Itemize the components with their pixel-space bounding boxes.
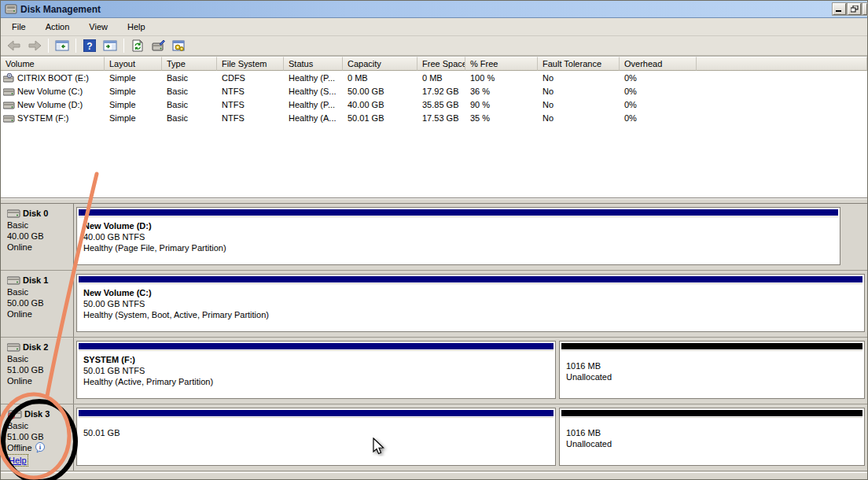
column-header-volume[interactable]: Volume xyxy=(1,57,105,71)
disk-size: 50.00 GB xyxy=(7,297,72,308)
console-tree-icon[interactable] xyxy=(53,37,72,54)
cell-overhead: 0% xyxy=(620,111,697,124)
disk-kind: Basic xyxy=(7,286,72,297)
partition-title: New Volume (C:) xyxy=(83,287,861,298)
forward-icon[interactable] xyxy=(25,37,44,54)
column-header-type[interactable]: Type xyxy=(162,57,217,71)
cell-capacity: 50.01 GB xyxy=(343,111,417,124)
cell-free-space: 35.85 GB xyxy=(417,98,465,111)
disk-offline-icon xyxy=(7,409,22,419)
help-link[interactable]: Help xyxy=(7,454,28,467)
menu-file[interactable]: File xyxy=(6,20,32,34)
disk-status: Online xyxy=(7,375,72,386)
partition-status-bar xyxy=(79,343,554,349)
app-icon xyxy=(5,4,17,15)
help-icon[interactable]: ? xyxy=(80,37,99,54)
disk2-info-panel[interactable]: Disk 2 Basic 51.00 GB Online xyxy=(1,338,74,404)
volume-name: New Volume (D:) xyxy=(17,100,83,109)
cell-status: Healthy (S... xyxy=(284,84,343,98)
menu-bar: File Action View Help xyxy=(1,18,867,36)
cell-layout: Simple xyxy=(105,111,162,124)
cell-fault-tolerance: No xyxy=(538,98,620,111)
minimize-button[interactable] xyxy=(833,3,846,15)
refresh-icon[interactable] xyxy=(128,37,147,54)
disk1-info-panel[interactable]: Disk 1 Basic 50.00 GB Online xyxy=(1,271,74,337)
disk-name: Disk 1 xyxy=(23,275,48,286)
disk-name: Disk 2 xyxy=(23,342,48,353)
menu-action[interactable]: Action xyxy=(39,20,76,34)
cell-capacity: 0 MB xyxy=(343,71,417,84)
column-header-capacity[interactable]: Capacity xyxy=(343,57,417,71)
table-row[interactable]: New Volume (D:) Simple Basic NTFS Health… xyxy=(1,98,867,111)
disk-name: Disk 3 xyxy=(24,408,50,419)
disk-status: Online xyxy=(7,242,72,253)
menu-help[interactable]: Help xyxy=(121,20,152,34)
table-row[interactable]: SYSTEM (F:) Simple Basic NTFS Healthy (A… xyxy=(1,111,867,124)
restore-button[interactable] xyxy=(848,3,861,15)
partition-health: Healthy (Active, Primary Partition) xyxy=(83,376,552,387)
action-pane-icon[interactable] xyxy=(101,37,120,54)
cell-file-system: NTFS xyxy=(217,98,284,111)
partition-unknown[interactable]: 50.01 GB xyxy=(76,408,556,466)
column-header-overhead[interactable]: Overhead xyxy=(620,57,697,71)
partition-d[interactable]: New Volume (D:) 40.00 GB NTFS Healthy (P… xyxy=(76,207,840,265)
unallocated-region[interactable]: 1016 MB Unallocated xyxy=(559,341,865,399)
cd-drive-icon xyxy=(3,73,15,83)
column-header-fault-tolerance[interactable]: Fault Tolerance xyxy=(538,57,620,71)
settings-icon[interactable] xyxy=(169,37,188,54)
column-header-pct-free[interactable]: % Free xyxy=(465,57,538,71)
cell-free-space: 17.53 GB xyxy=(417,111,465,124)
column-header-free-space[interactable]: Free Space xyxy=(417,57,465,71)
cell-status: Healthy (A... xyxy=(284,111,343,124)
title-bar: Disk Management xyxy=(1,1,867,18)
menu-view[interactable]: View xyxy=(83,20,114,34)
partition-f[interactable]: SYSTEM (F:) 50.01 GB NTFS Healthy (Activ… xyxy=(76,341,556,399)
toolbar-separator xyxy=(123,39,124,53)
disk-row-1: Disk 1 Basic 50.00 GB Online New Volume … xyxy=(1,271,867,338)
partition-c[interactable]: New Volume (C:) 50.00 GB NTFS Healthy (S… xyxy=(76,274,865,332)
toolbar: ? xyxy=(1,36,867,57)
cell-layout: Simple xyxy=(105,84,162,98)
cell-pct-free: 36 % xyxy=(465,84,538,98)
table-row[interactable]: CITRIX BOOT (E:) Simple Basic CDFS Healt… xyxy=(1,71,867,84)
partition-title: SYSTEM (F:) xyxy=(83,354,552,365)
cell-pct-free: 35 % xyxy=(465,111,538,124)
cell-file-system: CDFS xyxy=(217,71,284,84)
disk0-info-panel[interactable]: Disk 0 Basic 40.00 GB Online xyxy=(1,204,74,270)
cell-status: Healthy (P... xyxy=(284,98,343,111)
back-icon[interactable] xyxy=(5,37,24,54)
disk-row-2: Disk 2 Basic 51.00 GB Online SYSTEM (F:)… xyxy=(1,338,867,404)
disk-kind: Basic xyxy=(7,420,72,431)
window-bottom-edge xyxy=(1,472,867,479)
disk-icon xyxy=(7,209,20,218)
column-header-layout[interactable]: Layout xyxy=(105,57,162,71)
cell-pct-free: 100 % xyxy=(465,71,538,84)
drive-icon xyxy=(3,100,15,109)
cell-type: Basic xyxy=(162,84,217,98)
column-header-file-system[interactable]: File System xyxy=(217,57,284,71)
partition-status-bar xyxy=(79,209,838,216)
partition-size: 50.01 GB xyxy=(83,427,552,438)
pane-splitter[interactable] xyxy=(1,198,867,204)
column-header-status[interactable]: Status xyxy=(284,57,343,71)
toolbar-separator xyxy=(48,39,49,53)
svg-text:?: ? xyxy=(86,41,92,52)
cell-fault-tolerance: No xyxy=(538,84,620,98)
partition-status-bar xyxy=(79,276,862,282)
unallocated-size: 1016 MB xyxy=(566,360,861,371)
cell-capacity: 40.00 GB xyxy=(343,98,417,111)
cell-layout: Simple xyxy=(105,98,162,111)
disk-status: Online xyxy=(7,308,72,319)
close-button[interactable] xyxy=(862,3,867,15)
unallocated-region[interactable]: 1016 MB Unallocated xyxy=(559,408,865,466)
disk3-info-panel[interactable]: Disk 3 Basic 51.00 GB Offline i Help xyxy=(1,404,74,471)
cell-free-space: 0 MB xyxy=(417,71,465,84)
disk-name: Disk 0 xyxy=(23,208,48,219)
table-row[interactable]: New Volume (C:) Simple Basic NTFS Health… xyxy=(1,84,867,98)
disk-size: 40.00 GB xyxy=(7,231,72,242)
cell-file-system: NTFS xyxy=(217,84,284,98)
volume-name: SYSTEM (F:) xyxy=(17,113,68,123)
info-icon[interactable]: i xyxy=(35,442,46,453)
rescan-disks-icon[interactable] xyxy=(149,37,167,54)
disk-size: 51.00 GB xyxy=(7,431,72,442)
